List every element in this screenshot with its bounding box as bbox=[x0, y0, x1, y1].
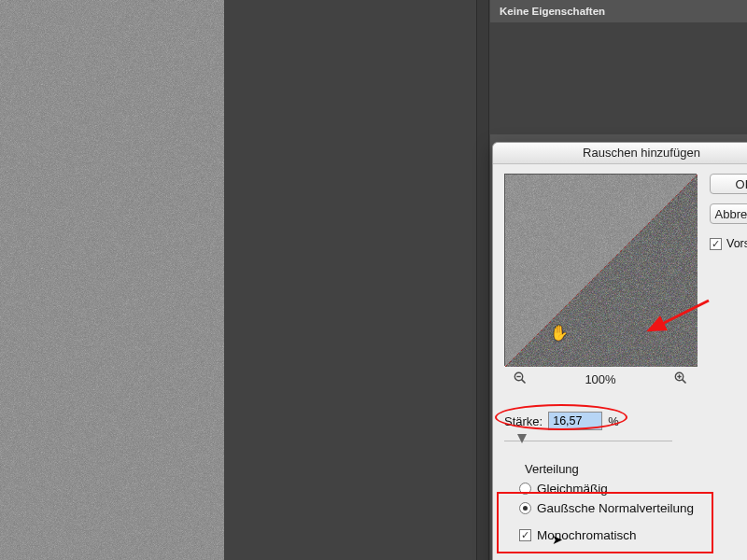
distribution-gaussian-row[interactable]: Gaußsche Normalverteilung bbox=[519, 501, 747, 515]
distribution-gaussian-label: Gaußsche Normalverteilung bbox=[537, 501, 694, 515]
amount-slider-thumb[interactable] bbox=[517, 434, 527, 443]
dialog-title: Rauschen hinzufügen bbox=[493, 143, 747, 164]
zoom-level: 100% bbox=[585, 372, 615, 386]
amount-slider[interactable] bbox=[504, 436, 672, 441]
canvas-vertical-scrollbar[interactable] bbox=[476, 0, 489, 560]
monochrome-checkbox[interactable] bbox=[519, 529, 531, 541]
distribution-uniform-label: Gleichmäßig bbox=[537, 482, 608, 496]
add-noise-dialog: Rauschen hinzufügen bbox=[492, 142, 747, 560]
amount-label: Stärke: bbox=[504, 414, 543, 428]
monochrome-row[interactable]: Monochromatisch bbox=[519, 528, 747, 542]
amount-unit: % bbox=[608, 414, 619, 428]
preview-checkbox-row[interactable]: Vorschau bbox=[710, 237, 747, 250]
document-image bbox=[0, 0, 224, 560]
zoom-out-icon[interactable] bbox=[514, 371, 527, 387]
distribution-uniform-radio[interactable] bbox=[519, 483, 531, 495]
distribution-gaussian-radio[interactable] bbox=[519, 502, 531, 514]
properties-panel-body bbox=[490, 22, 747, 134]
zoom-row: 100% bbox=[504, 371, 697, 387]
preview-checkbox-label: Vorschau bbox=[726, 237, 747, 250]
properties-panel-header: Keine Eigenschaften bbox=[490, 0, 747, 22]
ok-button-label: OK bbox=[736, 177, 747, 191]
distribution-group-label: Verteilung bbox=[525, 462, 747, 476]
document-canvas[interactable] bbox=[0, 0, 476, 560]
amount-row: Stärke: % bbox=[504, 412, 747, 430]
svg-rect-1 bbox=[0, 0, 224, 560]
amount-input[interactable] bbox=[548, 412, 602, 430]
cancel-button[interactable]: Abbrechen bbox=[710, 203, 747, 224]
zoom-in-icon[interactable] bbox=[674, 371, 687, 387]
svg-line-12 bbox=[683, 380, 686, 384]
preview-checkbox[interactable] bbox=[710, 238, 722, 250]
svg-line-9 bbox=[522, 380, 526, 384]
distribution-uniform-row[interactable]: Gleichmäßig bbox=[519, 482, 747, 496]
monochrome-label: Monochromatisch bbox=[537, 528, 637, 542]
ok-button[interactable]: OK bbox=[710, 174, 747, 194]
cancel-button-label: Abbrechen bbox=[715, 207, 747, 221]
filter-preview[interactable]: ✋ bbox=[504, 174, 697, 366]
